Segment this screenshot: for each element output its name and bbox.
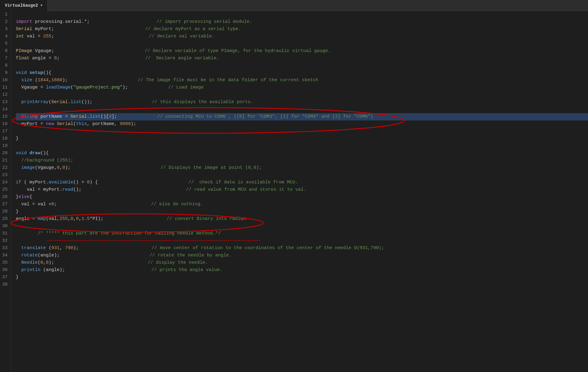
code-line — [16, 281, 588, 288]
code-line: val = myPort.read();// read value from M… — [16, 186, 588, 193]
code-line — [16, 142, 588, 150]
code-line — [16, 128, 588, 135]
code-line — [16, 172, 588, 179]
code-line: }else{ — [16, 193, 588, 201]
tab-title: VirtualGauge2 — [5, 3, 38, 8]
code-line: PImage Vgauge;// Declare variable of typ… — [16, 47, 588, 55]
code-line: image(Vgauge,0,0);// Displays the image … — [16, 164, 588, 172]
code-line: if ( myPort.available() > 0) {// check i… — [16, 179, 588, 186]
code-line: import processing.serial.*;// import pro… — [16, 18, 588, 26]
code-line: myPort = new Serial(this, portName, 9600… — [16, 120, 588, 128]
active-tab[interactable]: VirtualGauge2 ▼ — [0, 0, 48, 11]
code-line: Serial myPort;// declare myPort as a ser… — [16, 26, 588, 33]
code-line: Vgauge = loadImage("gaugeProject.png");/… — [16, 84, 588, 91]
code-line — [16, 40, 588, 47]
code-line — [16, 91, 588, 99]
code-line — [16, 237, 588, 245]
code-line: val = val +0;// else do nothing. — [16, 201, 588, 208]
code-line: translate (931, 790);// move center of r… — [16, 245, 588, 252]
code-line — [16, 223, 588, 230]
code-line: String portName = Serial.list()[2];// co… — [16, 113, 588, 120]
code-line: println (angle);// prints tha angle valu… — [16, 266, 588, 274]
code-line — [16, 62, 588, 69]
code-line: float angle = 0;// Declare angle variabl… — [16, 55, 588, 62]
code-line: } — [16, 208, 588, 215]
code-line: size (1844,1600);// The image file must … — [16, 77, 588, 84]
code-line: Needle(0,0);// display the needle. — [16, 259, 588, 266]
code-line — [16, 11, 588, 18]
code-line: //background (255); — [16, 157, 588, 164]
code-line: } — [16, 274, 588, 281]
code-line: int val = 255;// declare val variable. — [16, 33, 588, 40]
line-numbers: 1 2 3 4 5 6 7 8 9 10 11 12 13 14 15 16 1… — [0, 11, 11, 372]
code-editor: 1 2 3 4 5 6 7 8 9 10 11 12 13 14 15 16 1… — [0, 11, 588, 372]
code-line: /* ***** this part are the instruction f… — [16, 230, 588, 237]
code-line: void draw(){ — [16, 150, 588, 157]
code-line: rotate(angle);// rotate the needle by an… — [16, 252, 588, 259]
tab-bar: VirtualGauge2 ▼ — [0, 0, 588, 11]
code-line: printArray(Serial.list());// this displa… — [16, 99, 588, 106]
code-content[interactable]: import processing.serial.*;// import pro… — [11, 11, 588, 372]
code-line: angle = map(val,255,0,0,1.5*PI);// conve… — [16, 215, 588, 223]
code-line — [16, 106, 588, 113]
code-line: } — [16, 135, 588, 142]
tab-dropdown-icon[interactable]: ▼ — [40, 4, 43, 7]
code-line: void setup(){ — [16, 69, 588, 77]
